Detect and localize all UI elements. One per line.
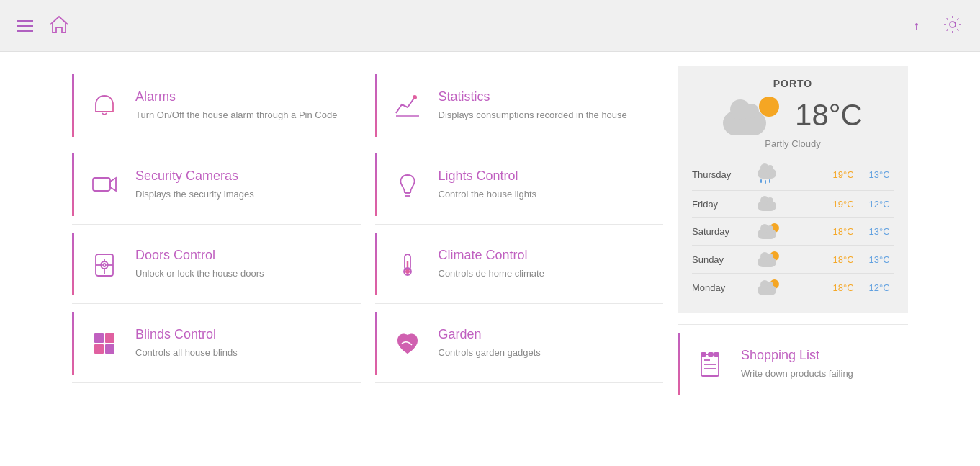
lights-control-icon [390,167,426,203]
svg-point-8 [103,264,106,266]
forecast-row: Thursday 19°C13°C [692,158,894,190]
garden-text: Garden Controls garden gadgets [439,327,541,359]
svg-point-13 [413,95,417,99]
forecast-low-temp: 12°C [865,199,894,210]
blinds-control-desc: Controls all house blinds [135,346,238,359]
statistics-title: Statistics [439,89,627,104]
settings-icon[interactable] [943,14,963,37]
home-icon[interactable] [48,13,71,39]
weather-main: 18°C [692,95,894,135]
security-cameras-title: Security Cameras [135,169,254,184]
shopping-list-card[interactable]: Shopping List Write down products failin… [678,324,908,403]
forecast-low-temp: 13°C [865,169,894,180]
security-cameras-icon [86,167,122,203]
svg-rect-5 [93,178,110,191]
forecast-day-label: Monday [692,282,750,293]
climate-control-desc: Controls de home climate [439,267,544,280]
alarms-icon [86,88,122,124]
forecast-weather-icon [755,279,781,295]
header-left [17,13,71,39]
svg-rect-9 [94,333,104,343]
shopping-list-title: Shopping List [741,348,853,363]
svg-point-19 [405,269,410,274]
lights-control-text: Lights Control Control the house lights [439,169,537,201]
mid-column: Statistics Displays consumptions recorde… [375,66,664,452]
svg-rect-10 [105,333,114,343]
lights-control-card[interactable]: Lights Control Control the house lights [375,145,664,225]
shopping-list-icon [692,346,728,382]
svg-rect-12 [105,344,114,354]
weather-widget: PORTO 18°C Partly Cloudy Thurs [678,66,908,313]
header-right [908,14,963,37]
climate-control-card[interactable]: Climate Control Controls de home climate [375,225,664,304]
blinds-control-title: Blinds Control [135,327,238,342]
doors-control-text: Doors Control Unlock or lock the house d… [135,248,264,280]
statistics-text: Statistics Displays consumptions recorde… [439,89,627,122]
header [0,0,980,52]
forecast-row: Saturday 18°C13°C [692,217,894,245]
forecast-high-temp: 19°C [827,169,859,180]
weather-temp-big: 18°C [795,98,863,133]
forecast-low-temp: 13°C [865,226,894,237]
forecast-weather-icon [755,223,781,239]
forecast-day-label: Saturday [692,226,750,237]
weather-icon-big [723,95,781,135]
svg-rect-11 [94,344,104,354]
shopping-list-text: Shopping List Write down products failin… [741,348,853,380]
climate-control-title: Climate Control [439,248,544,263]
doors-control-icon [86,246,122,282]
doors-control-card[interactable]: Doors Control Unlock or lock the house d… [72,225,361,304]
alarms-desc: Turn On/Off the house alarm through a Pi… [135,109,337,122]
climate-control-text: Climate Control Controls de home climate [439,248,544,280]
info-icon[interactable] [908,16,925,36]
forecast-low-temp: 12°C [865,282,894,293]
weather-description: Partly Cloudy [692,138,894,149]
weather-city: PORTO [692,78,894,89]
forecast-high-temp: 19°C [827,199,859,210]
blinds-control-icon [86,326,122,362]
alarms-card[interactable]: Alarms Turn On/Off the house alarm throu… [72,66,361,145]
forecast-row: Sunday 18°C13°C [692,245,894,273]
doors-control-desc: Unlock or lock the house doors [135,267,264,280]
svg-point-2 [950,22,956,27]
forecast-low-temp: 13°C [865,254,894,265]
statistics-icon [390,88,426,124]
forecast-high-temp: 18°C [827,254,859,265]
doors-control-title: Doors Control [135,248,264,263]
garden-desc: Controls garden gadgets [439,346,541,359]
forecast-weather-icon [755,251,781,267]
lights-control-desc: Control the house lights [439,188,537,201]
garden-card[interactable]: Garden Controls garden gadgets [375,304,664,383]
main-content: Alarms Turn On/Off the house alarm throu… [0,52,980,466]
statistics-desc: Displays consumptions recorded in the ho… [439,109,627,122]
garden-title: Garden [439,327,541,342]
forecast-day-label: Thursday [692,169,750,180]
security-cameras-desc: Displays the security images [135,188,254,201]
cloud-icon [723,111,766,135]
svg-rect-20 [701,354,719,376]
forecast-weather-icon [755,197,781,211]
climate-control-icon [390,246,426,282]
forecast-weather-icon [755,164,781,184]
forecast-high-temp: 18°C [827,226,859,237]
forecast-day-label: Sunday [692,254,750,265]
security-cameras-card[interactable]: Security Cameras Displays the security i… [72,145,361,225]
blinds-control-card[interactable]: Blinds Control Controls all house blinds [72,304,361,383]
right-column: PORTO 18°C Partly Cloudy Thurs [678,66,908,452]
forecast-high-temp: 18°C [827,282,859,293]
forecast-row: Monday 18°C12°C [692,273,894,301]
forecast-day-label: Friday [692,199,750,210]
blinds-control-text: Blinds Control Controls all house blinds [135,327,238,359]
forecast-row: Friday 19°C12°C [692,190,894,217]
left-column: Alarms Turn On/Off the house alarm throu… [72,66,361,452]
security-cameras-text: Security Cameras Displays the security i… [135,169,254,201]
shopping-list-desc: Write down products failing [741,367,853,380]
statistics-card[interactable]: Statistics Displays consumptions recorde… [375,66,664,145]
svg-point-7 [101,261,108,269]
hamburger-icon[interactable] [17,20,33,32]
lights-control-title: Lights Control [439,169,537,184]
alarms-title: Alarms [135,89,337,104]
svg-point-0 [916,24,917,25]
forecast-container: Thursday 19°C13°CFriday 19°C12°CSaturday [692,158,894,301]
alarms-text: Alarms Turn On/Off the house alarm throu… [135,89,337,122]
